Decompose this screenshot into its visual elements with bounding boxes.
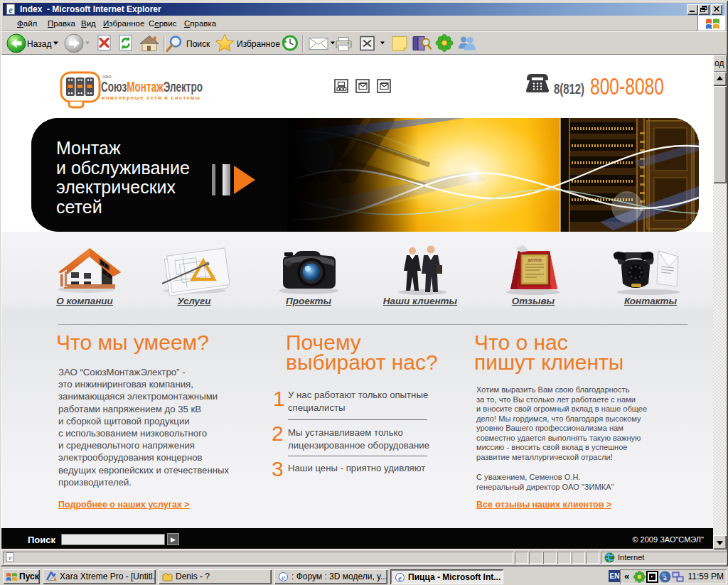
svg-text:инженерные сети и системы: инженерные сети и системы (102, 95, 201, 101)
svg-text:сетей: сетей (56, 197, 102, 217)
svg-text:и обслуживание: и обслуживание (56, 158, 190, 178)
svg-text:e: e (9, 554, 12, 562)
svg-text:8(812): 8(812) (554, 81, 584, 97)
svg-text:Монтаж: Монтаж (56, 138, 121, 158)
svg-text:e: e (398, 574, 402, 582)
svg-text:СоюзМонтажЭлектро: СоюзМонтажЭлектро (101, 79, 203, 95)
svg-text:e: e (282, 573, 285, 581)
svg-text:электрических: электрических (56, 177, 176, 197)
svg-text:Избранное: Избранное (237, 39, 280, 49)
svg-text:e: e (9, 4, 13, 15)
svg-text:a: a (663, 573, 667, 581)
svg-text:800-8080: 800-8080 (590, 73, 664, 100)
svg-text:Поиск: Поиск (186, 39, 210, 49)
svg-text:ДИПЛОМ: ДИПЛОМ (528, 259, 542, 262)
svg-text:Назад: Назад (27, 39, 51, 49)
